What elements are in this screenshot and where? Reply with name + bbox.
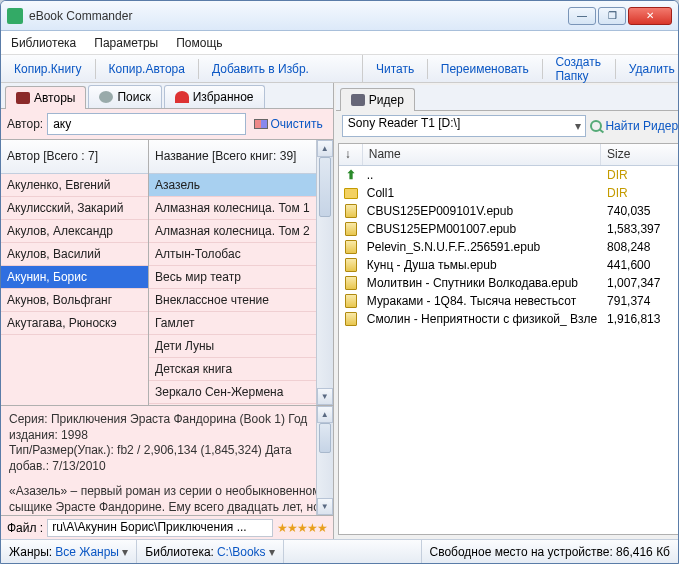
menu-parameters[interactable]: Параметры <box>94 36 158 50</box>
file-size: 1,583,397 <box>601 222 679 236</box>
file-row[interactable]: Coll1DIR <box>339 184 679 202</box>
scroll-thumb[interactable] <box>319 157 331 217</box>
author-item[interactable]: Акунов, Вольфганг <box>1 289 148 312</box>
authors-header[interactable]: Автор [Всего : 7] <box>1 140 148 174</box>
clear-filter-button[interactable]: Очистить <box>250 115 327 133</box>
file-size: 1,916,813 <box>601 312 679 326</box>
col-size[interactable]: Size <box>601 144 679 165</box>
copy-book-button[interactable]: Копир.Книгу <box>5 58 91 80</box>
file-row[interactable]: Pelevin_S.N.U.F.F..256591.epub808,248 <box>339 238 679 256</box>
info-scrollbar[interactable]: ▲▼ <box>316 406 333 515</box>
author-item[interactable]: Акулов, Василий <box>1 243 148 266</box>
tab-favorites[interactable]: Избранное <box>164 85 265 108</box>
file-size: 791,374 <box>601 294 679 308</box>
statusbar: Жанры: Все Жанры Библиотека: C:\Books Св… <box>1 539 678 563</box>
file-row[interactable]: ⬆..DIR <box>339 166 679 184</box>
menu-library[interactable]: Библиотека <box>11 36 76 50</box>
file-row[interactable]: Мураками - 1Q84. Тысяча невестьсот791,37… <box>339 292 679 310</box>
magnifier-icon <box>590 120 602 132</box>
genres-label: Жанры: <box>9 545 52 559</box>
books-scrollbar[interactable]: ▲ ▼ <box>316 140 333 405</box>
close-button[interactable]: ✕ <box>628 7 672 25</box>
epub-icon <box>345 204 357 218</box>
mkdir-button[interactable]: Создать Папку <box>546 51 611 87</box>
menu-help[interactable]: Помощь <box>176 36 222 50</box>
book-item[interactable]: Алмазная колесница. Том 2 <box>149 220 316 243</box>
book-item[interactable]: Дети Луны <box>149 335 316 358</box>
file-row[interactable]: CBUS125EPM001007.epub1,583,397 <box>339 220 679 238</box>
file-name: Кунц - Душа тьмы.epub <box>363 258 601 272</box>
file-name: Молитвин - Спутники Волкодава.epub <box>363 276 601 290</box>
find-reader-button[interactable]: Найти Ридер <box>590 119 678 133</box>
book-item[interactable]: Весь мир театр <box>149 266 316 289</box>
author-item[interactable]: Акулисский, Закарий <box>1 197 148 220</box>
read-button[interactable]: Читать <box>367 58 423 80</box>
rating-stars[interactable]: ★★★★★ <box>277 521 327 535</box>
book-item[interactable]: Азазель <box>149 174 316 197</box>
toolbar-left: Копир.Книгу Копир.Автора Добавить в Избр… <box>1 55 363 83</box>
file-size: 1,007,347 <box>601 276 679 290</box>
scroll-up-icon[interactable]: ▲ <box>317 140 333 157</box>
add-fav-button[interactable]: Добавить в Избр. <box>203 58 318 80</box>
tab-search[interactable]: Поиск <box>88 85 161 108</box>
reader-device-select[interactable]: Sony Reader T1 [D:\] <box>342 115 587 137</box>
book-info: Серия: Приключения Эраста Фандорина (Boo… <box>1 405 333 515</box>
epub-icon <box>345 294 357 308</box>
up-icon: ⬆ <box>346 168 356 182</box>
author-item[interactable]: Акулов, Александр <box>1 220 148 243</box>
authors-list[interactable]: Акуленко, ЕвгенийАкулисский, ЗакарийАкул… <box>1 174 148 405</box>
author-item[interactable]: Акуленко, Евгений <box>1 174 148 197</box>
file-row[interactable]: Кунц - Душа тьмы.epub441,600 <box>339 256 679 274</box>
library-select[interactable]: C:\Books <box>217 545 275 559</box>
author-item[interactable]: Акунин, Борис <box>1 266 148 289</box>
toolbar-right: Читать Переименовать Создать Папку Удали… <box>363 55 679 83</box>
file-row[interactable]: CBUS125EP009101V.epub740,035 <box>339 202 679 220</box>
col-name[interactable]: Name <box>363 144 601 165</box>
folder-icon <box>344 188 358 199</box>
file-name: Смолин - Неприятности с физикой_ Взле <box>363 312 601 326</box>
file-name: CBUS125EP009101V.epub <box>363 204 601 218</box>
book-item[interactable]: Алмазная колесница. Том 1 <box>149 197 316 220</box>
free-space: Свободное место на устройстве: 86,416 Кб <box>421 540 679 563</box>
tab-authors[interactable]: Авторы <box>5 86 86 109</box>
author-item[interactable]: Акутагава, Рюноскэ <box>1 312 148 335</box>
epub-icon <box>345 258 357 272</box>
book-item[interactable]: Внеклассное чтение <box>149 289 316 312</box>
minimize-button[interactable]: — <box>568 7 596 25</box>
file-size: DIR <box>601 168 679 182</box>
book-item[interactable]: Гамлет <box>149 312 316 335</box>
delete-button[interactable]: Удалить <box>620 58 679 80</box>
genres-select[interactable]: Все Жанры <box>55 545 128 559</box>
book-icon <box>16 92 30 104</box>
file-row[interactable]: Молитвин - Спутники Волкодава.epub1,007,… <box>339 274 679 292</box>
books-list[interactable]: АзазельАлмазная колесница. Том 1Алмазная… <box>149 174 316 405</box>
book-item[interactable]: Детская книга <box>149 358 316 381</box>
app-icon <box>7 8 23 24</box>
books-header[interactable]: Название [Всего книг: 39] <box>149 140 316 174</box>
rename-button[interactable]: Переименовать <box>432 58 538 80</box>
library-pane: Авторы Поиск Избранное Автор: Очистить А… <box>1 83 334 539</box>
file-name: Coll1 <box>363 186 601 200</box>
epub-icon <box>345 222 357 236</box>
epub-icon <box>345 312 357 326</box>
epub-icon <box>345 240 357 254</box>
file-path[interactable]: ru\А\Акунин Борис\Приключения ... <box>47 519 273 537</box>
tab-reader[interactable]: Ридер <box>340 88 415 111</box>
epub-icon <box>345 276 357 290</box>
file-row[interactable]: Смолин - Неприятности с физикой_ Взле1,9… <box>339 310 679 328</box>
file-name: .. <box>363 168 601 182</box>
col-icon[interactable]: ↓ <box>339 144 363 165</box>
book-item[interactable]: Зеркало Сен-Жермена <box>149 381 316 404</box>
eraser-icon <box>254 119 268 129</box>
window-title: eBook Commander <box>29 9 568 23</box>
copy-author-button[interactable]: Копир.Автора <box>100 58 194 80</box>
file-label: Файл : <box>7 521 43 535</box>
file-name: Pelevin_S.N.U.F.F..256591.epub <box>363 240 601 254</box>
book-item[interactable]: Алтын-Толобас <box>149 243 316 266</box>
reader-file-list: ↓ Name Size ⬆..DIRColl1DIRCBUS125EP00910… <box>338 143 679 535</box>
author-filter-input[interactable] <box>47 113 245 135</box>
scroll-down-icon[interactable]: ▼ <box>317 388 333 405</box>
reader-pane: Ридер Sony Reader T1 [D:\] Найти Ридер ↓… <box>334 83 679 539</box>
maximize-button[interactable]: ❐ <box>598 7 626 25</box>
filter-label: Автор: <box>7 117 43 131</box>
